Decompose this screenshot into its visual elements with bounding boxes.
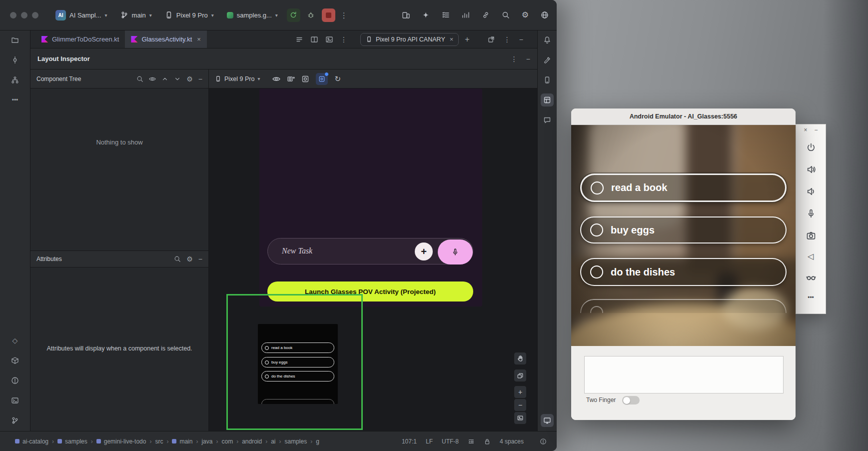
zoom-to-fit-button[interactable] bbox=[514, 412, 527, 424]
search-icon[interactable] bbox=[174, 256, 181, 262]
profile-globe-icon[interactable] bbox=[541, 11, 549, 19]
more-tools-button[interactable]: ••• bbox=[8, 94, 21, 106]
power-icon[interactable] bbox=[806, 142, 816, 152]
attributes-gear-icon[interactable]: ⚙ bbox=[186, 256, 193, 262]
breadcrumb-item[interactable]: ai-catalog bbox=[15, 438, 48, 445]
camera-icon[interactable] bbox=[806, 230, 816, 240]
search-icon[interactable] bbox=[502, 11, 510, 19]
zoom-out-button[interactable]: − bbox=[514, 398, 527, 412]
layers-compare-button[interactable] bbox=[514, 369, 527, 382]
run-config-selector[interactable]: samples.g... ▾ bbox=[223, 9, 282, 22]
settings-gear-icon[interactable]: ⚙ bbox=[522, 11, 529, 19]
stop-button[interactable] bbox=[322, 8, 335, 22]
editor-options-kebab[interactable]: ⋮ bbox=[340, 36, 347, 43]
file-encoding[interactable]: UTF-8 bbox=[442, 438, 459, 445]
debug-button[interactable] bbox=[304, 8, 318, 22]
device-pane-device-selector[interactable]: Pixel 9 Pro ▾ bbox=[215, 76, 260, 82]
running-devices-button[interactable] bbox=[541, 414, 554, 427]
volume-down-icon[interactable] bbox=[806, 186, 816, 196]
emulator-screen[interactable]: read a book buy eggs do the dishes bbox=[571, 125, 796, 346]
two-finger-toggle[interactable] bbox=[622, 396, 640, 404]
breadcrumb-item[interactable]: samples bbox=[285, 438, 307, 445]
link-icon[interactable] bbox=[482, 11, 490, 19]
volume-up-icon[interactable] bbox=[806, 164, 816, 174]
indent-icon[interactable] bbox=[468, 438, 475, 445]
inspections-status-icon[interactable] bbox=[540, 438, 547, 445]
screenshot-icon[interactable] bbox=[287, 75, 295, 83]
tab-glassesactivity[interactable]: GlassesActivity.kt × bbox=[125, 30, 206, 48]
structure-tool-button[interactable] bbox=[8, 74, 21, 86]
visibility-eye-icon[interactable] bbox=[272, 75, 280, 83]
breadcrumb-item[interactable]: main bbox=[172, 438, 192, 445]
breadcrumb-item[interactable]: gemini-live-todo bbox=[96, 438, 146, 445]
project-widget[interactable]: AI AI Sampl... ▾ bbox=[51, 8, 111, 23]
emulator-notification-area[interactable] bbox=[584, 356, 784, 394]
pan-tool-button[interactable] bbox=[514, 352, 527, 365]
profiler-icon[interactable] bbox=[462, 11, 470, 19]
hide-tree-icon[interactable]: − bbox=[198, 76, 202, 82]
visibility-eye-icon[interactable] bbox=[149, 76, 156, 82]
close-device-tab-icon[interactable]: × bbox=[450, 36, 454, 42]
minimize-window-button[interactable] bbox=[21, 12, 27, 18]
screen-record-icon[interactable] bbox=[301, 75, 309, 83]
device-manager-button[interactable] bbox=[541, 74, 554, 86]
glasses-icon[interactable] bbox=[806, 272, 816, 282]
search-icon[interactable] bbox=[136, 76, 143, 82]
project-tool-button[interactable] bbox=[8, 34, 21, 46]
code-view-icon[interactable] bbox=[295, 36, 303, 44]
commit-tool-button[interactable] bbox=[8, 54, 21, 66]
line-ending[interactable]: LF bbox=[426, 438, 433, 445]
breadcrumb-item[interactable]: java bbox=[201, 438, 212, 445]
breadcrumb-item[interactable]: samples bbox=[57, 438, 87, 445]
voice-input-button[interactable] bbox=[438, 240, 473, 264]
breadcrumb-item[interactable]: android bbox=[242, 438, 262, 445]
meetings-tool-button[interactable]: ◇ bbox=[8, 334, 21, 347]
breadcrumb-item[interactable]: src bbox=[155, 438, 163, 445]
task-pill-selected[interactable]: read a book bbox=[580, 174, 787, 202]
indent-size[interactable]: 4 spaces bbox=[500, 438, 524, 445]
zoom-window-button[interactable] bbox=[32, 12, 38, 18]
open-in-window-icon[interactable] bbox=[487, 36, 495, 44]
more-options-icon[interactable]: ••• bbox=[808, 294, 814, 300]
inspector-options-kebab[interactable]: ⋮ bbox=[511, 56, 518, 62]
deep-inspect-toggle[interactable] bbox=[316, 73, 328, 85]
device-mirroring-icon[interactable] bbox=[402, 11, 410, 19]
task-pill[interactable]: do the dishes bbox=[580, 258, 787, 286]
expand-all-icon[interactable] bbox=[161, 76, 168, 82]
task-pill[interactable]: buy eggs bbox=[580, 216, 787, 244]
mirrored-phone-screen[interactable]: New Task + Launch Glasses POV Activity (… bbox=[259, 88, 482, 306]
todo-list-icon[interactable] bbox=[442, 11, 450, 19]
add-task-button[interactable]: + bbox=[415, 242, 433, 260]
add-device-button[interactable]: + bbox=[465, 36, 469, 44]
breadcrumb-item[interactable]: ai bbox=[271, 438, 275, 445]
breadcrumb-item[interactable]: g bbox=[316, 438, 319, 445]
collapse-all-icon[interactable] bbox=[174, 76, 181, 82]
running-device-tab[interactable]: Pixel 9 Pro API CANARY × bbox=[360, 33, 459, 46]
tree-settings-gear-icon[interactable]: ⚙ bbox=[186, 76, 193, 82]
notifications-button[interactable] bbox=[541, 34, 554, 46]
device-selector[interactable]: Pixel 9 Pro ▾ bbox=[161, 8, 218, 22]
close-tab-icon[interactable]: × bbox=[197, 36, 201, 42]
dependencies-tool-button[interactable] bbox=[8, 354, 21, 367]
gemini-sparkle-icon[interactable] bbox=[422, 11, 430, 19]
build-tool-button[interactable] bbox=[541, 54, 554, 66]
run-options-kebab[interactable]: ⋮ bbox=[340, 12, 348, 19]
git-tool-button[interactable] bbox=[8, 414, 21, 427]
problems-tool-button[interactable] bbox=[8, 374, 21, 387]
emulator-panel-minimize-icon[interactable]: − bbox=[815, 127, 818, 133]
emulator-panel-close-icon[interactable]: × bbox=[804, 127, 807, 133]
tool-window-kebab[interactable]: ⋮ bbox=[504, 36, 511, 43]
design-view-icon[interactable] bbox=[325, 36, 333, 44]
mic-icon[interactable] bbox=[806, 208, 816, 218]
caret-position[interactable]: 107:1 bbox=[402, 438, 417, 445]
inspector-minimize-icon[interactable]: − bbox=[526, 56, 530, 62]
tab-glimmertodoscreen[interactable]: GlimmerToDoScreen.kt bbox=[35, 30, 125, 48]
minimize-tool-window-icon[interactable]: − bbox=[519, 36, 523, 43]
zoom-in-button[interactable]: + bbox=[514, 386, 527, 398]
assistant-chat-button[interactable] bbox=[541, 114, 554, 126]
breadcrumb-item[interactable]: com bbox=[221, 438, 233, 445]
vcs-branch-widget[interactable]: main ▾ bbox=[116, 8, 156, 22]
close-window-button[interactable] bbox=[10, 12, 16, 18]
refresh-icon[interactable]: ↻ bbox=[334, 75, 341, 82]
split-view-icon[interactable] bbox=[310, 36, 318, 44]
